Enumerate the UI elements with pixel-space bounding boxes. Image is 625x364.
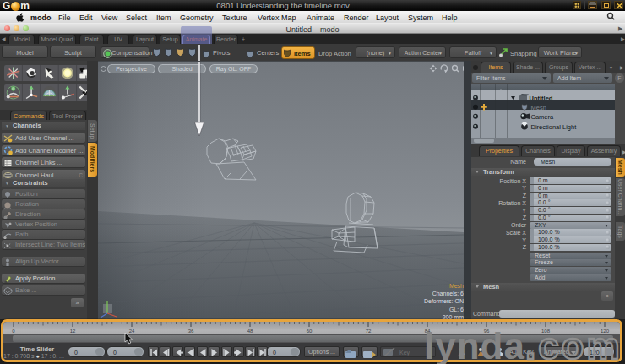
svg-text:Directional Light: Directional Light bbox=[531, 123, 578, 131]
